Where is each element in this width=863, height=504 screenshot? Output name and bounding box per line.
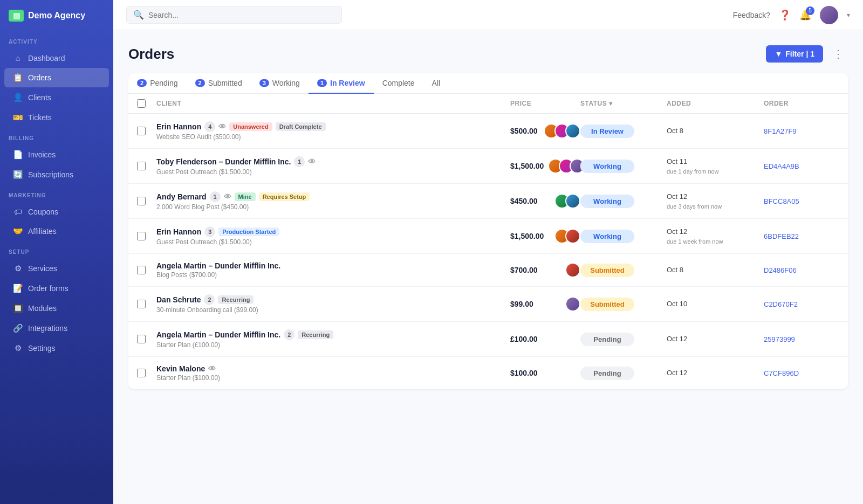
col-order[interactable]: 25973999 [764, 334, 839, 344]
eye-icon[interactable]: 👁 [208, 364, 216, 373]
row-checkbox[interactable] [137, 335, 156, 343]
col-added: Oct 12 [667, 368, 764, 378]
tab-all[interactable]: All [423, 73, 449, 94]
col-status: Submitted [580, 298, 667, 311]
table-row[interactable]: Toby Flenderson – Dunder Mifflin Inc. 1 … [128, 149, 848, 184]
row-checkbox[interactable] [137, 232, 156, 240]
user-avatar[interactable] [820, 6, 838, 24]
order-link[interactable]: 8F1A27F9 [764, 127, 797, 135]
row-select[interactable] [137, 127, 146, 135]
count-badge: 1 [210, 191, 221, 202]
tab-working[interactable]: 3Working [251, 73, 309, 94]
select-all-input[interactable] [137, 99, 146, 108]
sidebar-item-order-forms[interactable]: 📝Order forms [4, 279, 109, 298]
col-order[interactable]: C7CF896D [764, 368, 839, 378]
col-client: Dan Schrute 2 Recurring 30-minute Onboar… [156, 294, 510, 314]
search-input[interactable] [148, 11, 335, 19]
sidebar-item-dashboard[interactable]: ⌂Dashboard [4, 49, 109, 67]
order-link[interactable]: ED4A4A9B [764, 162, 799, 170]
col-order[interactable]: BFCC8A05 [764, 196, 839, 206]
row-select[interactable] [137, 300, 146, 308]
select-all-checkbox[interactable] [137, 99, 156, 108]
feedback-button[interactable]: Feedback? [733, 11, 770, 19]
row-checkbox[interactable] [137, 197, 156, 205]
col-header-status[interactable]: STATUS ▾ [580, 100, 667, 107]
filter-label: Filter | 1 [785, 50, 814, 58]
sidebar-item-coupons[interactable]: 🏷Coupons [4, 202, 109, 221]
table-row[interactable]: Angela Martin – Dunder Mifflin Inc. Blog… [128, 254, 848, 287]
sidebar-item-settings[interactable]: ⚙Settings [4, 339, 109, 358]
sidebar-item-tickets[interactable]: 🎫Tickets [4, 108, 109, 127]
eye-icon[interactable]: 👁 [308, 157, 316, 166]
eye-icon[interactable]: 👁 [224, 192, 231, 201]
table-row[interactable]: Dan Schrute 2 Recurring 30-minute Onboar… [128, 287, 848, 322]
sidebar-item-label: Order forms [28, 284, 69, 293]
client-name-text: Angela Martin – Dunder Mifflin Inc. [156, 330, 280, 339]
client-service: 30-minute Onboarding call ($99.00) [156, 306, 510, 314]
row-select[interactable] [137, 369, 146, 377]
sidebar-item-subscriptions[interactable]: 🔄Subscriptions [4, 165, 109, 184]
sidebar-item-services[interactable]: ⚙Services [4, 259, 109, 278]
col-order[interactable]: D2486F06 [764, 265, 839, 275]
table-row[interactable]: Erin Hannon 4 👁 UnansweredDraft Complete… [128, 114, 848, 149]
logo[interactable]: ▤ Demo Agency [0, 0, 113, 31]
order-link[interactable]: 25973999 [764, 335, 795, 343]
row-select[interactable] [137, 232, 146, 240]
table-row[interactable]: Kevin Malone 👁 Starter Plan ($100.00) $1… [128, 357, 848, 389]
order-link[interactable]: C7CF896D [764, 369, 799, 377]
logo-icon: ▤ [9, 10, 24, 22]
row-checkbox[interactable] [137, 300, 156, 308]
sidebar-item-invoices[interactable]: 📄Invoices [4, 145, 109, 164]
tab-complete[interactable]: Complete [374, 73, 423, 94]
col-status: Pending [580, 333, 667, 346]
row-checkbox[interactable] [137, 127, 156, 135]
order-link[interactable]: BFCC8A05 [764, 197, 799, 205]
col-order[interactable]: ED4A4A9B [764, 161, 839, 171]
header-actions: ▼ Filter | 1 ⋮ [766, 45, 848, 63]
client-name-text: Dan Schrute [156, 295, 201, 304]
sidebar-item-label: Integrations [28, 324, 67, 333]
col-order[interactable]: 6BDFEB22 [764, 231, 839, 241]
client-name-text: Toby Flenderson – Dunder Mifflin Inc. [156, 157, 291, 166]
help-icon[interactable]: ❓ [779, 9, 791, 21]
tab-label: Working [272, 79, 300, 87]
search-wrap[interactable]: 🔍 [126, 6, 342, 24]
row-checkbox[interactable] [137, 369, 156, 377]
row-select[interactable] [137, 335, 146, 343]
sidebar-item-clients[interactable]: 👤Clients [4, 88, 109, 107]
filter-button[interactable]: ▼ Filter | 1 [766, 45, 823, 63]
row-select[interactable] [137, 197, 146, 205]
sidebar-icon: 🔗 [13, 323, 23, 333]
more-options-button[interactable]: ⋮ [828, 45, 848, 63]
sidebar-item-modules[interactable]: 🔲Modules [4, 299, 109, 318]
avatars [565, 263, 580, 278]
tag-production-started: Production Started [218, 227, 279, 236]
table-row[interactable]: Erin Hannon 3 Production Started Guest P… [128, 219, 848, 254]
notification-icon[interactable]: 🔔 5 [799, 9, 811, 21]
col-client: Kevin Malone 👁 Starter Plan ($100.00) [156, 364, 510, 382]
price-value: $1,500.00 [510, 162, 544, 170]
order-link[interactable]: 6BDFEB22 [764, 232, 799, 240]
col-order[interactable]: 8F1A27F9 [764, 126, 839, 136]
order-link[interactable]: D2486F06 [764, 266, 797, 274]
tab-badge: 2 [195, 79, 205, 87]
sidebar-icon: ⌂ [13, 53, 23, 63]
sidebar-item-affiliates[interactable]: 🤝Affiliates [4, 222, 109, 241]
row-checkbox[interactable] [137, 162, 156, 170]
user-dropdown-icon[interactable]: ▾ [847, 11, 850, 19]
order-link[interactable]: C2D670F2 [764, 300, 798, 308]
client-name-text: Andy Bernard [156, 192, 207, 201]
col-order[interactable]: C2D670F2 [764, 299, 839, 309]
row-checkbox[interactable] [137, 266, 156, 274]
table-row[interactable]: Angela Martin – Dunder Mifflin Inc. 2 Re… [128, 322, 848, 357]
mini-avatar [565, 194, 580, 209]
sidebar-item-integrations[interactable]: 🔗Integrations [4, 319, 109, 338]
tab-in-review[interactable]: 1In Review [309, 73, 374, 94]
tab-pending[interactable]: 2Pending [128, 73, 187, 94]
sidebar-item-orders[interactable]: 📋Orders [4, 68, 109, 87]
row-select[interactable] [137, 162, 146, 170]
tab-submitted[interactable]: 2Submitted [187, 73, 251, 94]
eye-icon[interactable]: 👁 [218, 122, 226, 131]
table-row[interactable]: Andy Bernard 1 👁 MineRequires Setup 2,00… [128, 184, 848, 219]
row-select[interactable] [137, 266, 146, 274]
